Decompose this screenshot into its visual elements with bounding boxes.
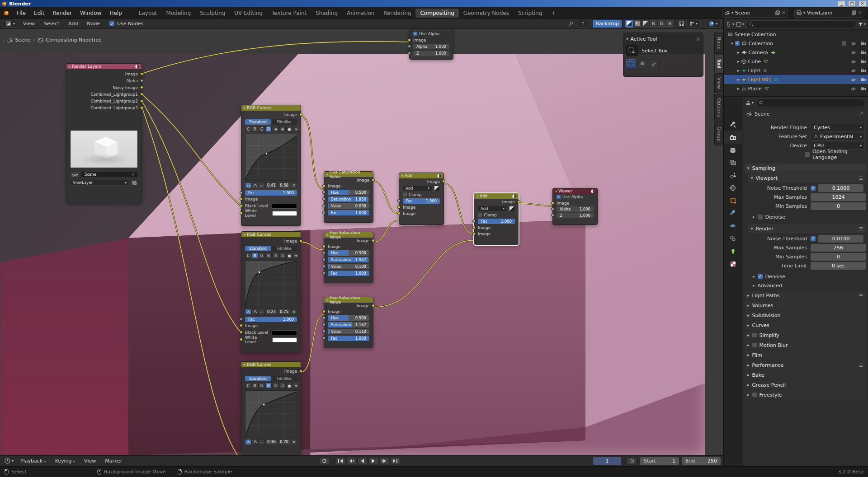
image-output-socket[interactable] bbox=[442, 180, 445, 183]
scene-name-field[interactable]: Scene× bbox=[81, 172, 138, 177]
blend-mode-dropdown[interactable]: Add▾ bbox=[403, 185, 432, 191]
tab-constraints[interactable] bbox=[724, 232, 742, 245]
point-y-field[interactable]: 0.70 bbox=[278, 439, 290, 445]
handle-free-icon[interactable] bbox=[259, 309, 265, 315]
tab-tool[interactable] bbox=[724, 118, 742, 131]
tab-texture[interactable] bbox=[724, 257, 742, 270]
menu-node[interactable]: Node bbox=[83, 21, 104, 27]
render-camera-icon[interactable] bbox=[860, 86, 866, 91]
node-viewer[interactable]: ▾Viewer ✓Use Alpha Image Alpha1.000 Z1.0… bbox=[552, 188, 598, 225]
value-slider[interactable]: Value0.100 bbox=[328, 264, 369, 269]
advanced-row[interactable]: ▸ Advanced bbox=[743, 281, 868, 290]
parent-node-tree-button[interactable]: ↑ bbox=[578, 20, 588, 28]
channel-b-button[interactable]: B bbox=[265, 253, 272, 258]
collapse-icon[interactable]: ▾ bbox=[476, 194, 478, 198]
tab-texture-paint[interactable]: Texture Paint bbox=[267, 9, 311, 18]
editor-type-button[interactable]: ▾ bbox=[745, 100, 754, 106]
filter-button[interactable]: ▾ bbox=[858, 22, 866, 27]
menu-file[interactable]: File bbox=[13, 10, 30, 16]
panel-motion-blur[interactable]: ▸Motion Blur bbox=[745, 341, 866, 350]
fac-input-socket[interactable] bbox=[240, 191, 243, 194]
fac-input-socket[interactable] bbox=[322, 211, 326, 214]
black-level-swatch[interactable] bbox=[272, 204, 297, 209]
alpha-field[interactable]: Alpha1.000 bbox=[413, 44, 449, 49]
tab-animation[interactable]: Animation bbox=[342, 9, 379, 18]
panel-viewport[interactable]: ▾Viewport☰ bbox=[748, 173, 866, 182]
value-input-socket[interactable] bbox=[322, 330, 326, 333]
hue-slider[interactable]: Hue0.500 bbox=[328, 250, 369, 256]
tab-uv-editing[interactable]: UV Editing bbox=[230, 9, 267, 18]
tab-scripting[interactable]: Scripting bbox=[514, 9, 547, 18]
hue-slider[interactable]: Hue0.500 bbox=[328, 315, 369, 321]
tab-shading[interactable]: Shading bbox=[311, 9, 342, 18]
fac-slider[interactable]: Fac1.000 bbox=[403, 198, 440, 204]
image2-input-socket[interactable] bbox=[472, 232, 476, 235]
zoom-out-icon[interactable]: ⊖ bbox=[279, 253, 286, 258]
eye-icon[interactable] bbox=[850, 87, 856, 91]
zoom-out-icon[interactable]: ⊖ bbox=[279, 126, 286, 132]
overlay-dropdown[interactable]: ▾ bbox=[705, 20, 721, 28]
tab-sculpting[interactable]: Sculpting bbox=[195, 9, 230, 18]
breadcrumb-nodetree[interactable]: Compositing Nodetree bbox=[46, 37, 102, 43]
jump-to-start-button[interactable] bbox=[336, 457, 346, 465]
white-level-swatch[interactable] bbox=[272, 337, 297, 342]
curve-widget[interactable] bbox=[245, 260, 297, 307]
osl-checkbox[interactable] bbox=[805, 152, 810, 157]
image-output-socket[interactable] bbox=[299, 369, 302, 373]
render-layer-button[interactable] bbox=[131, 180, 138, 186]
fac-input-socket[interactable] bbox=[472, 220, 476, 223]
image-output-socket[interactable] bbox=[517, 200, 520, 203]
prev-keyframe-button[interactable] bbox=[347, 457, 357, 465]
fac-input-socket[interactable] bbox=[322, 337, 326, 340]
tab-compositing[interactable]: Compositing bbox=[415, 9, 458, 18]
image-input-socket[interactable] bbox=[240, 197, 243, 201]
outliner-row-scene-collection[interactable]: Scene Collection bbox=[724, 30, 868, 39]
sidebar-tab-tool[interactable]: Tool bbox=[714, 55, 723, 72]
exclude-checkbox[interactable] bbox=[842, 41, 846, 46]
curve-control-point[interactable] bbox=[263, 404, 264, 405]
eye-icon[interactable] bbox=[850, 60, 856, 64]
play-reverse-button[interactable] bbox=[358, 457, 368, 465]
preset-menu-icon[interactable]: ☰ bbox=[859, 226, 863, 231]
use-alpha-checkbox[interactable]: ✓ bbox=[557, 195, 561, 199]
outliner-row-collection[interactable]: ▾ ✓ Collection bbox=[724, 39, 868, 48]
channel-color-alpha-button[interactable] bbox=[625, 20, 633, 28]
properties-search-input[interactable] bbox=[756, 99, 865, 107]
close-icon[interactable]: × bbox=[132, 172, 135, 177]
saturation-input-socket[interactable] bbox=[322, 258, 326, 261]
node-editor-canvas[interactable]: › Scene › Compositing Nodetree ✓Use Alph… bbox=[0, 29, 723, 455]
tab-world[interactable] bbox=[724, 182, 742, 194]
tools-icon[interactable]: ● bbox=[286, 126, 292, 132]
chevron-down-icon[interactable]: ▾ bbox=[293, 126, 299, 132]
black-level-swatch[interactable] bbox=[272, 330, 297, 335]
saturation-input-socket[interactable] bbox=[322, 197, 326, 201]
outliner-row-camera[interactable]: ▸ Camera bbox=[724, 48, 868, 57]
viewport-denoise-row[interactable]: ▸ Denoise bbox=[743, 212, 868, 221]
close-button[interactable]: ✕ bbox=[859, 1, 866, 7]
viewport-denoise-checkbox[interactable] bbox=[758, 215, 763, 220]
sidebar-tab-view[interactable]: View bbox=[714, 73, 723, 93]
collapse-icon[interactable]: ▾ bbox=[244, 233, 245, 237]
fac-input-socket[interactable] bbox=[322, 271, 326, 275]
value-input-socket[interactable] bbox=[322, 265, 326, 268]
collapse-icon[interactable]: ▾ bbox=[244, 363, 245, 367]
panel-performance[interactable]: ▸Performance☰ bbox=[745, 360, 866, 369]
channel-b-button[interactable]: B bbox=[666, 20, 674, 28]
sidebar-tab-options[interactable]: Options bbox=[714, 94, 723, 121]
collapse-icon[interactable]: ▾ bbox=[69, 65, 71, 69]
panel-curves[interactable]: ▸Curves bbox=[745, 321, 866, 330]
channel-c-button[interactable]: C bbox=[245, 253, 251, 258]
tab-filmlike[interactable]: Filmlike bbox=[272, 376, 297, 381]
image-input-socket[interactable] bbox=[322, 245, 326, 248]
frame-end-field[interactable]: End250 bbox=[682, 457, 721, 465]
menu-edit[interactable]: Edit bbox=[30, 10, 48, 16]
handle-vector-icon[interactable] bbox=[252, 309, 258, 315]
tool-select-box-toggle[interactable] bbox=[626, 59, 636, 68]
expand-icon[interactable]: ▸ bbox=[753, 274, 755, 279]
node-render-layers[interactable]: ▾Render Layers Image Alpha Noisy Image C… bbox=[66, 63, 142, 203]
tab-geometry-nodes[interactable]: Geometry Nodes bbox=[459, 9, 514, 18]
point-y-field[interactable]: 0.75 bbox=[278, 309, 290, 315]
zoom-out-icon[interactable]: ⊖ bbox=[279, 383, 286, 388]
viewlayer-selector[interactable]: ▾ ViewLayer ✕ bbox=[794, 9, 864, 18]
tab-modeling[interactable]: Modeling bbox=[162, 9, 196, 18]
